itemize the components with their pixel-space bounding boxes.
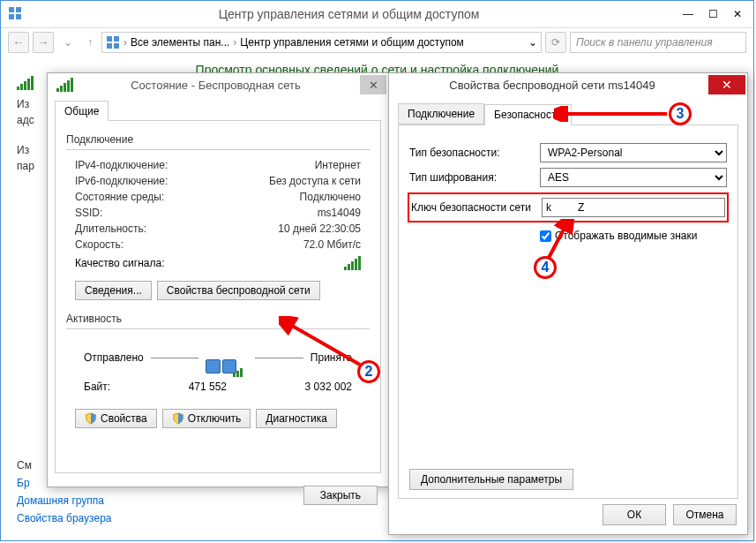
monitors-icon bbox=[206, 342, 248, 373]
bc-sep-icon: › bbox=[233, 36, 236, 49]
bc-dropdown-icon[interactable]: ⌄ bbox=[528, 36, 537, 49]
arrow-2 bbox=[279, 316, 367, 369]
security-key-input[interactable] bbox=[542, 198, 725, 217]
close-dialog-button[interactable]: Закрыть bbox=[303, 486, 378, 505]
advanced-button[interactable]: Дополнительные параметры bbox=[409, 469, 573, 490]
wifi-properties-button[interactable]: Свойства беспроводной сети bbox=[157, 281, 320, 300]
bytes-label: Байт: bbox=[84, 381, 110, 393]
marker-2: 2 bbox=[357, 360, 380, 383]
window-title: Центр управления сетями и общим доступом bbox=[22, 7, 676, 21]
sent-label: Отправлено bbox=[84, 351, 144, 364]
bytes-sent: 471 552 bbox=[110, 381, 305, 393]
side-text: Из bbox=[17, 98, 34, 110]
breadcrumb[interactable]: › Все элементы пан... › Центр управления… bbox=[101, 32, 542, 53]
tabs: Общие bbox=[48, 96, 388, 120]
svg-rect-1 bbox=[16, 7, 21, 12]
ipv4-label: IPv4-подключение: bbox=[75, 159, 168, 171]
link-browser[interactable]: Свойства браузера bbox=[17, 512, 112, 524]
arrow-left-icon: ← bbox=[12, 35, 25, 49]
control-panel-icon bbox=[106, 35, 120, 49]
properties-button[interactable]: Свойства bbox=[75, 409, 157, 428]
details-button[interactable]: Сведения... bbox=[75, 281, 152, 300]
svg-rect-5 bbox=[114, 36, 119, 41]
dialog-titlebar: Свойства беспроводной сети ms14049 ✕ bbox=[389, 73, 747, 96]
disable-button[interactable]: Отключить bbox=[162, 409, 251, 428]
tab-connection[interactable]: Подключение bbox=[398, 103, 484, 124]
svg-rect-3 bbox=[16, 14, 21, 19]
recent-button[interactable]: ⌄ bbox=[57, 32, 79, 53]
security-type-label: Тип безопасности: bbox=[409, 147, 540, 159]
window-buttons: — ☐ ✕ bbox=[676, 5, 750, 23]
arrow-right-icon: → bbox=[37, 35, 49, 49]
up-button[interactable]: ↑ bbox=[82, 32, 98, 53]
ssid-value: ms14049 bbox=[318, 207, 361, 219]
side-header bbox=[17, 76, 34, 93]
cancel-button[interactable]: Отмена bbox=[673, 504, 737, 525]
ipv4-value: Интернет bbox=[315, 159, 361, 171]
bytes-recv: 3 032 002 bbox=[305, 381, 352, 393]
btn-label: Свойства bbox=[101, 412, 147, 425]
maximize-button[interactable]: ☐ bbox=[700, 5, 725, 23]
bc-item[interactable]: Все элементы пан... bbox=[131, 36, 229, 49]
refresh-button[interactable]: ⟳ bbox=[545, 32, 566, 53]
security-type-select[interactable]: WPA2-Personal bbox=[540, 143, 727, 162]
bc-item[interactable]: Центр управления сетями и общим доступом bbox=[240, 36, 464, 49]
nav-bar: ← → ⌄ ↑ › Все элементы пан... › Центр уп… bbox=[1, 27, 753, 56]
arrow-4 bbox=[542, 219, 577, 261]
marker-number: 2 bbox=[357, 360, 380, 383]
wifi-properties-dialog: Свойства беспроводной сети ms14049 ✕ Под… bbox=[388, 72, 748, 535]
marker-number: 3 bbox=[669, 102, 692, 125]
dialog-close-button[interactable]: ✕ bbox=[360, 75, 386, 94]
ipv6-value: Без доступа к сети bbox=[269, 175, 361, 187]
tab-panel: Подключение IPv4-подключение:Интернет IP… bbox=[55, 120, 381, 473]
marker-4: 4 bbox=[534, 256, 557, 279]
state-value: Подключено bbox=[300, 191, 361, 203]
speed-value: 72.0 Мбит/с bbox=[303, 238, 361, 251]
marker-number: 4 bbox=[534, 256, 557, 279]
dialog-title: Состояние - Беспроводная сеть bbox=[73, 79, 358, 92]
security-panel: Тип безопасности: WPA2-Personal Тип шифр… bbox=[398, 124, 738, 499]
wifi-icon bbox=[56, 78, 73, 92]
window-icon bbox=[8, 6, 22, 23]
arrow-3 bbox=[554, 106, 670, 122]
diagnose-button[interactable]: Диагностика bbox=[256, 409, 337, 428]
group-connection: Подключение bbox=[66, 132, 370, 147]
ok-button[interactable]: ОК bbox=[603, 504, 666, 525]
duration-label: Длительность: bbox=[75, 222, 146, 235]
encryption-select[interactable]: AES bbox=[540, 168, 727, 187]
svg-rect-0 bbox=[9, 7, 14, 12]
speed-label: Скорость: bbox=[75, 238, 124, 251]
encryption-label: Тип шифрования: bbox=[409, 171, 540, 184]
side-panel: Из адс Из пар bbox=[17, 76, 34, 176]
close-button[interactable]: ✕ bbox=[725, 5, 750, 23]
svg-rect-7 bbox=[114, 43, 119, 49]
forward-button[interactable]: → bbox=[33, 32, 54, 53]
svg-rect-4 bbox=[107, 36, 112, 41]
side-text: пар bbox=[17, 160, 34, 172]
marker-3: 3 bbox=[669, 102, 692, 125]
dialog-close-button[interactable]: ✕ bbox=[708, 75, 745, 94]
tab-general[interactable]: Общие bbox=[55, 101, 109, 121]
arrow-up-icon: ↑ bbox=[87, 36, 93, 49]
svg-rect-6 bbox=[107, 43, 112, 49]
signal-bars-icon bbox=[344, 256, 361, 270]
search-input[interactable]: Поиск в панели управления bbox=[570, 32, 746, 53]
ipv6-label: IPv6-подключение: bbox=[75, 175, 168, 187]
signal-label: Качество сигнала: bbox=[75, 257, 164, 269]
signal-icon bbox=[17, 76, 34, 90]
chevron-down-icon: ⌄ bbox=[64, 36, 72, 49]
btn-label: Отключить bbox=[188, 412, 242, 425]
svg-rect-2 bbox=[9, 14, 14, 19]
shield-icon bbox=[172, 412, 184, 425]
highlight-box: Ключ безопасности сети bbox=[408, 192, 729, 222]
side-text: Из bbox=[17, 144, 34, 156]
state-label: Состояние среды: bbox=[75, 191, 164, 203]
back-button[interactable]: ← bbox=[8, 32, 29, 53]
refresh-icon: ⟳ bbox=[551, 36, 560, 49]
duration-value: 10 дней 22:30:05 bbox=[278, 222, 361, 235]
shield-icon bbox=[85, 412, 97, 425]
wifi-status-dialog: Состояние - Беспроводная сеть ✕ Общие По… bbox=[47, 72, 389, 487]
security-key-label: Ключ безопасности сети bbox=[411, 201, 542, 214]
minimize-button[interactable]: — bbox=[676, 5, 700, 23]
dialog-titlebar: Состояние - Беспроводная сеть ✕ bbox=[48, 73, 388, 96]
